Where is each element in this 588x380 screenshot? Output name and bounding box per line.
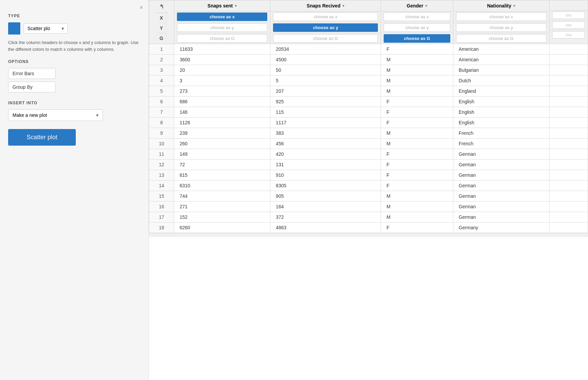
snaps-rcvd-cell: 5: [270, 76, 381, 86]
close-button[interactable]: ×: [139, 4, 143, 11]
nationality-cell: American: [453, 44, 549, 55]
extra-choose-g[interactable]: cho: [552, 31, 585, 39]
extra-cell: [549, 212, 588, 223]
row-index: 11: [149, 149, 174, 160]
table-row: 17152372MGerman: [149, 212, 588, 223]
col-snaps-rcvd-label: Snaps Recived: [307, 3, 341, 8]
horizontal-scrollbar[interactable]: [149, 233, 588, 237]
gender-cell: F: [381, 97, 453, 107]
table-row: 32050MBulgarian: [149, 65, 588, 76]
snaps-sent-choose-y[interactable]: choose as y: [177, 23, 267, 32]
snaps-sent-cell: 239: [174, 128, 270, 139]
gender-choose-g[interactable]: choose as G: [384, 34, 450, 43]
table-row: 236004500MAmerican: [149, 55, 588, 65]
options-label: OPTIONS: [8, 59, 140, 64]
gender-cell: M: [381, 128, 453, 139]
type-row: Scatter plo ▾: [8, 22, 140, 35]
snaps-rcvd-choose-g-cell: choose as G: [270, 33, 381, 44]
snaps-rcvd-cell: 383: [270, 128, 381, 139]
col-gender-header[interactable]: Gender ▾: [381, 0, 453, 12]
extra-choose-g-cell: cho: [549, 30, 588, 40]
gender-cell: M: [381, 76, 453, 86]
col-snaps-rcvd-header[interactable]: Snaps Recived ▾: [270, 0, 381, 12]
gender-choose-y[interactable]: choose as y: [384, 23, 450, 32]
gender-choose-g-cell: choose as G: [381, 33, 453, 44]
snaps-rcvd-cell: 4500: [270, 55, 381, 65]
snaps-sent-cell: 3: [174, 76, 270, 86]
gender-cell: M: [381, 55, 453, 65]
nationality-cell: German: [453, 160, 549, 170]
snaps-rcvd-cell: 20534: [270, 44, 381, 55]
snaps-rcvd-choose-g[interactable]: choose as G: [273, 34, 378, 43]
extra-cell: [549, 202, 588, 212]
table-row: 5273207MEngland: [149, 86, 588, 97]
extra-cell: [549, 44, 588, 55]
gender-choose-x-cell: choose as x: [381, 12, 453, 22]
row-index: 6: [149, 97, 174, 107]
snaps-rcvd-choose-y[interactable]: choose as y: [273, 23, 378, 32]
gender-cell: F: [381, 118, 453, 128]
nationality-choose-y-cell: choose as y: [453, 22, 549, 33]
extra-cell: [549, 128, 588, 139]
extra-cell: [549, 55, 588, 65]
gender-cell: M: [381, 202, 453, 212]
gender-cell: M: [381, 65, 453, 76]
type-label: TYPE: [8, 14, 140, 18]
error-bars-button[interactable]: Error Bars: [8, 68, 55, 79]
col-gender-sort-icon[interactable]: ▾: [425, 4, 427, 8]
extra-cell: [549, 118, 588, 128]
col-nationality-sort-icon[interactable]: ▾: [513, 4, 515, 8]
snaps-rcvd-cell: 115: [270, 107, 381, 118]
extra-cell: [549, 160, 588, 170]
nationality-choose-x[interactable]: choose as x: [456, 13, 546, 21]
snaps-sent-cell: 149: [174, 149, 270, 160]
col-gender: Gender ▾ choose as x choose as y choose …: [381, 0, 453, 44]
snaps-sent-cell: 146: [174, 107, 270, 118]
snaps-sent-cell: 152: [174, 212, 270, 223]
row-index: 3: [149, 65, 174, 76]
nationality-cell: French: [453, 139, 549, 149]
nationality-choose-g[interactable]: choose as G: [456, 34, 546, 43]
group-by-button[interactable]: Group By: [8, 82, 55, 92]
col-snaps-sent: Snaps sent ▾ choose as x choose as y cho…: [174, 0, 270, 44]
col-nationality-header[interactable]: Nationality ▾: [453, 0, 549, 12]
snaps-sent-cell: 6310: [174, 181, 270, 191]
col-snaps-rcvd-sort-icon[interactable]: ▾: [342, 4, 344, 8]
snaps-sent-choose-x[interactable]: choose as x: [177, 13, 267, 21]
type-select-arrow: ▾: [62, 26, 64, 31]
col-snaps-rcvd-sub: choose as x choose as y choose as G: [270, 12, 381, 44]
col-snaps-sent-header[interactable]: Snaps sent ▾: [174, 0, 270, 12]
row-index: 8: [149, 118, 174, 128]
row-index: 17: [149, 212, 174, 223]
nationality-choose-y[interactable]: choose as y: [456, 23, 546, 32]
nationality-choose-x-cell: choose as x: [453, 12, 549, 22]
snaps-rcvd-choose-x[interactable]: choose as x: [273, 13, 378, 21]
gender-choose-x[interactable]: choose as x: [384, 13, 450, 21]
extra-choose-x[interactable]: cho: [552, 12, 585, 19]
nationality-cell: Germany: [453, 223, 549, 233]
nationality-cell: American: [453, 55, 549, 65]
snaps-sent-choose-g[interactable]: choose as G: [177, 34, 267, 43]
nationality-cell: German: [453, 181, 549, 191]
extra-cell: [549, 191, 588, 202]
table-row: 1463108305FGerman: [149, 181, 588, 191]
snaps-rcvd-choose-y-cell: choose as y: [270, 22, 381, 33]
g-label: G: [157, 33, 166, 43]
header-row: ↰ X Y G Snaps sent ▾: [149, 0, 588, 44]
data-table: ↰ X Y G Snaps sent ▾: [149, 0, 588, 233]
nationality-cell: English: [453, 107, 549, 118]
col-nationality: Nationality ▾ choose as x choose as y ch…: [453, 0, 549, 44]
row-index: 15: [149, 191, 174, 202]
scatter-plot-button[interactable]: Scatter plot: [8, 129, 76, 146]
type-select[interactable]: Scatter plo ▾: [24, 23, 68, 34]
corner-cell: ↰ X Y G: [149, 0, 174, 44]
row-index: 5: [149, 86, 174, 97]
col-snaps-sent-sort-icon[interactable]: ▾: [235, 4, 237, 8]
row-index: 13: [149, 170, 174, 181]
col-extra: cho cho cho: [549, 0, 588, 44]
table-row: 1862604863FGermany: [149, 223, 588, 233]
gender-cell: M: [381, 139, 453, 149]
insert-select[interactable]: Make a new plot ▾: [8, 109, 103, 121]
insert-section: INSERT INTO Make a new plot ▾: [8, 101, 140, 121]
extra-choose-y[interactable]: cho: [552, 21, 585, 29]
